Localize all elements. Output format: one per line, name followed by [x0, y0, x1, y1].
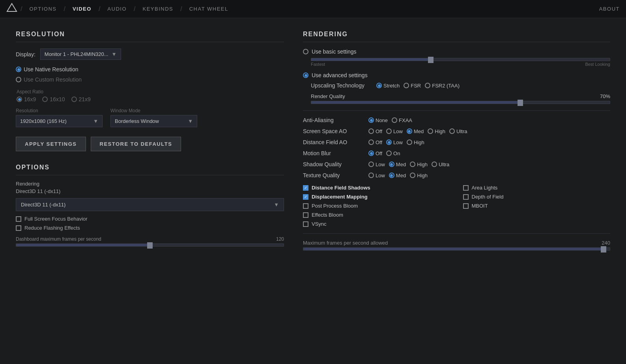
tq-med-label: Med	[396, 173, 406, 178]
nav-separator-1: /	[21, 6, 22, 13]
nav-audio[interactable]: AUDIO	[103, 6, 131, 12]
best-looking-label: Best Looking	[585, 62, 610, 67]
use-advanced-radio[interactable]	[303, 72, 308, 78]
use-native-radio[interactable]	[16, 67, 21, 72]
mb-on-radio[interactable]	[386, 150, 392, 156]
sq-ultra-radio[interactable]	[432, 162, 437, 167]
aa-fxaa-radio[interactable]	[392, 117, 397, 123]
upscaling-label: Upscaling Technology	[311, 82, 374, 89]
direct3d-dropdown[interactable]: Direct3D 11 (-dx11) ▼	[16, 198, 284, 211]
ssao-label: Screen Space AO	[303, 128, 366, 134]
nav-video[interactable]: VIDEO	[69, 6, 95, 12]
mb-off-radio[interactable]	[368, 150, 374, 156]
mboit-label: MBOIT	[472, 203, 488, 209]
upscaling-fsr2-label: FSR2 (TAA)	[432, 83, 460, 89]
upscaling-stretch-label: Stretch	[383, 83, 400, 89]
aa-none-label: None	[376, 117, 388, 123]
ssao-low-radio[interactable]	[386, 128, 392, 134]
dfao-high-label: High	[414, 139, 424, 145]
dof-label: Depth of Field	[472, 194, 504, 200]
aspect-16x10-label: 16x10	[50, 96, 65, 102]
disp-mapping-checkbox[interactable]	[303, 194, 308, 200]
nav-keybinds[interactable]: KEYBINDS	[138, 6, 177, 12]
effects-bloom-checkbox[interactable]	[303, 212, 308, 218]
ssao-med-radio[interactable]	[407, 128, 412, 134]
use-custom-label: Use Custom Resolution	[24, 76, 82, 83]
ssao-low-label: Low	[393, 128, 403, 134]
use-custom-radio[interactable]	[16, 77, 21, 82]
use-basic-label: Use basic settings	[312, 48, 357, 55]
logo-icon	[6, 3, 17, 15]
vsync-label: VSync	[312, 221, 327, 227]
mb-on-label: On	[393, 150, 400, 156]
upscaling-fsr2-radio[interactable]	[425, 83, 430, 88]
basic-quality-slider[interactable]	[311, 58, 610, 61]
dfao-off-radio[interactable]	[368, 139, 374, 145]
shadow-quality-label: Shadow Quality	[303, 161, 366, 167]
nav-separator-4: /	[134, 6, 135, 13]
display-dropdown-arrow: ▼	[112, 51, 117, 57]
nav-separator-2: /	[64, 6, 65, 13]
dof-checkbox[interactable]	[463, 194, 469, 200]
sq-med-radio[interactable]	[389, 162, 394, 167]
render-quality-label: Render Quality	[311, 93, 345, 99]
aa-none-radio[interactable]	[368, 117, 374, 123]
fullscreen-focus-checkbox[interactable]	[16, 216, 21, 222]
aa-fxaa-label: FXAA	[399, 117, 412, 123]
resolution-field-label: Resolution	[16, 108, 103, 113]
tq-med-radio[interactable]	[389, 173, 394, 178]
sq-low-label: Low	[376, 162, 385, 167]
sq-ultra-label: Ultra	[439, 162, 449, 167]
apply-settings-button[interactable]: APPLY SETTINGS	[16, 137, 86, 151]
ssao-med-label: Med	[414, 128, 424, 134]
aspect-16x9-radio[interactable]	[17, 97, 22, 102]
upscaling-fsr-radio[interactable]	[404, 83, 409, 88]
sq-low-radio[interactable]	[368, 162, 374, 167]
resolution-title: RESOLUTION	[16, 31, 284, 42]
aspect-16x10-radio[interactable]	[42, 97, 48, 102]
sq-high-label: High	[417, 162, 428, 167]
max-fps-label: Maximum frames per second allowed	[303, 240, 388, 246]
use-basic-radio[interactable]	[303, 49, 308, 54]
reduce-flashing-checkbox[interactable]	[16, 225, 21, 231]
restore-defaults-button[interactable]: RESTORE TO DEFAULTS	[91, 137, 181, 151]
ssao-off-radio[interactable]	[368, 128, 374, 134]
dfao-off-label: Off	[376, 139, 382, 145]
window-mode-dropdown[interactable]: Borderless Window ▼	[110, 115, 197, 127]
dashboard-fps-slider[interactable]	[16, 243, 284, 247]
display-dropdown[interactable]: Monitor 1 - PHL24MIN320... ▼	[40, 48, 121, 60]
aspect-21x9-label: 21x9	[79, 96, 91, 102]
direct3d-dropdown-arrow: ▼	[274, 202, 279, 208]
upscaling-stretch-radio[interactable]	[376, 83, 382, 88]
nav-separator-3: /	[99, 6, 100, 13]
render-quality-percent: 70%	[600, 93, 610, 99]
disp-mapping-label: Displacement Mapping	[312, 194, 368, 200]
sq-med-label: Med	[396, 162, 406, 167]
nav-options[interactable]: OPTIONS	[25, 6, 60, 12]
mboit-checkbox[interactable]	[463, 203, 469, 209]
dfs-label: Distance Field Shadows	[312, 185, 370, 191]
ssao-high-radio[interactable]	[428, 128, 433, 134]
dfs-checkbox[interactable]	[303, 185, 308, 191]
pp-bloom-checkbox[interactable]	[303, 203, 308, 209]
aspect-ratio-label: Aspect Ratio	[17, 89, 43, 95]
nav-chat-wheel[interactable]: CHAT WHEEL	[185, 6, 232, 12]
ssao-ultra-radio[interactable]	[449, 128, 455, 134]
tq-high-radio[interactable]	[410, 173, 415, 178]
resolution-dropdown[interactable]: 1920x1080 (165 Hz) ▼	[16, 115, 103, 127]
rendering-sub-label: Rendering	[16, 181, 284, 187]
dfao-high-radio[interactable]	[407, 139, 412, 145]
aspect-21x9-radio[interactable]	[71, 97, 77, 102]
nav-about[interactable]: ABOUT	[599, 6, 620, 12]
use-native-label: Use Native Resolution	[24, 66, 78, 72]
max-fps-slider[interactable]	[303, 247, 610, 251]
area-lights-checkbox[interactable]	[463, 185, 469, 191]
dfao-low-radio[interactable]	[386, 139, 392, 145]
tq-low-radio[interactable]	[368, 173, 374, 178]
top-navigation: / OPTIONS / VIDEO / AUDIO / KEYBINDS / C…	[0, 0, 626, 18]
sq-high-radio[interactable]	[410, 162, 415, 167]
render-quality-slider[interactable]	[311, 101, 610, 104]
display-value: Monitor 1 - PHL24MIN320...	[45, 51, 108, 57]
pp-bloom-label: Post Process Bloom	[312, 203, 358, 209]
vsync-checkbox[interactable]	[303, 221, 308, 227]
